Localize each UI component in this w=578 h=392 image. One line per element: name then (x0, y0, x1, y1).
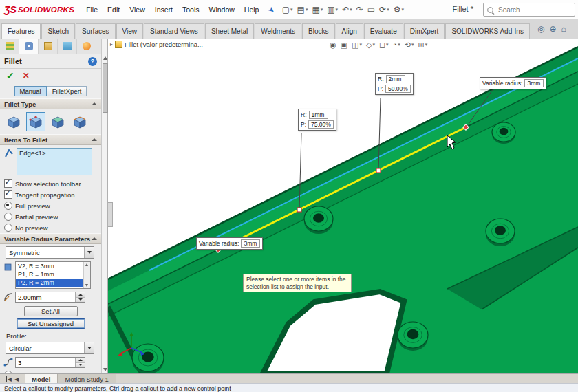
tab-view[interactable]: View (116, 23, 144, 39)
show-selection-toolbar-checkbox[interactable] (4, 179, 12, 188)
variable-radius-value-field[interactable]: 3mm (241, 239, 260, 248)
full-preview-radio[interactable] (4, 202, 12, 210)
tab-standard-views[interactable]: Standard Views (144, 23, 204, 39)
panel-scrollbar[interactable] (101, 39, 108, 373)
zoom-fit-icon[interactable]: ◉ (330, 41, 336, 50)
position-value-field[interactable]: 75.00% (308, 120, 334, 129)
expand-arrow-icon[interactable]: ▸ (110, 41, 113, 47)
menu-edit[interactable]: Edit (103, 3, 125, 17)
tab-solidworks-addins[interactable]: SOLIDWORKS Add-Ins (445, 23, 529, 39)
scroll-down-icon[interactable] (103, 368, 107, 371)
quick-snap-icon[interactable]: ◎ (537, 24, 544, 34)
symmetry-dropdown[interactable]: Symmetric (6, 246, 94, 259)
save-button[interactable]: ▦ (312, 3, 323, 16)
panel-splitter-handle[interactable] (108, 202, 113, 227)
radius-value-field[interactable]: 2mm (386, 75, 405, 83)
tab-evaluate[interactable]: Evaluate (364, 23, 403, 39)
first-tab-icon[interactable]: ◀ (6, 376, 12, 382)
view-orientation-icon[interactable]: ◇ (366, 41, 375, 50)
menu-insert[interactable]: Insert (150, 3, 178, 17)
variable-radius-value-field[interactable]: 3mm (524, 79, 544, 87)
open-button[interactable]: ▤ (297, 3, 308, 16)
scroll-thumb[interactable] (103, 63, 108, 113)
tab-featuremanager-tree[interactable] (0, 39, 19, 54)
previous-tab-icon[interactable]: ◀ (14, 376, 19, 382)
radius-input[interactable] (16, 292, 75, 302)
menu-tools[interactable]: Tools (178, 3, 204, 17)
radius-callout-75[interactable]: R: 1mm P: 75.00% (298, 109, 336, 131)
section-view-icon[interactable]: ◫ (352, 41, 362, 50)
set-unassigned-button[interactable]: Set Unassigned (17, 318, 85, 329)
quick-zoom-icon[interactable]: ⊕ (549, 24, 556, 34)
instances-stepper[interactable] (75, 358, 85, 367)
list-item[interactable]: V2, R = 3mm (16, 262, 90, 270)
section-variable-radius[interactable]: Variable Radius Parameters (0, 233, 101, 244)
menu-help[interactable]: Help (239, 3, 264, 17)
breadcrumb[interactable]: ▸ Fillet (Valor predetermina... (110, 39, 203, 49)
pin-menu-icon[interactable]: ➤ (266, 4, 277, 15)
section-items-to-fillet[interactable]: Items To Fillet (0, 134, 101, 145)
search-box[interactable] (483, 3, 575, 17)
tab-surfaces[interactable]: Surfaces (76, 23, 115, 39)
selected-edge-item[interactable]: Edge<1> (19, 149, 46, 157)
radius-points-listbox[interactable]: V2, R = 3mm P1, R = 1mm P2, R = 2mm (15, 261, 91, 289)
variable-size-fillet-button[interactable] (26, 112, 45, 131)
rebuild-button[interactable]: ⟳ (379, 3, 389, 16)
view-settings-icon[interactable]: ⊞ (418, 41, 427, 50)
tab-sketch[interactable]: Sketch (41, 23, 75, 39)
edit-appearance-icon[interactable]: ⟲ (405, 41, 414, 50)
zoom-area-icon[interactable]: ▣ (341, 41, 347, 50)
position-value-field[interactable]: 50.00% (385, 85, 411, 93)
no-preview-radio[interactable] (4, 224, 12, 232)
constant-size-fillet-button[interactable] (4, 112, 23, 131)
variable-radius-callout-left[interactable]: Variable radius: 3mm (196, 237, 263, 250)
list-item[interactable]: P1, R = 1mm (16, 270, 90, 279)
print-button[interactable]: ▥ (327, 3, 338, 16)
hide-show-items-icon[interactable]: ◔ (393, 41, 400, 49)
selection-listbox[interactable]: Edge<1> (17, 148, 92, 175)
tab-propertymanager[interactable] (19, 39, 39, 54)
full-round-fillet-button[interactable] (70, 112, 89, 131)
variable-radius-callout-right[interactable]: Variable radius: 3mm (480, 77, 546, 89)
radius-value-field[interactable]: 1mm (309, 111, 328, 119)
face-fillet-button[interactable] (48, 112, 67, 131)
profile-dropdown[interactable]: Circular (6, 342, 94, 354)
tab-displaymanager[interactable] (77, 39, 96, 54)
filletxpert-mode-button[interactable]: FilletXpert (47, 86, 87, 96)
redo-button[interactable]: ↷ (356, 3, 363, 16)
manual-mode-button[interactable]: Manual (14, 86, 47, 96)
scroll-up-icon[interactable] (103, 56, 107, 60)
list-scrollbar[interactable] (83, 262, 90, 288)
tab-configurationmanager[interactable] (39, 39, 58, 54)
tangent-propagation-checkbox[interactable] (4, 190, 12, 199)
tab-weldments[interactable]: Weldments (255, 23, 301, 39)
ok-button[interactable]: ✓ (6, 70, 14, 81)
display-style-icon[interactable]: ◻ (379, 41, 389, 50)
new-document-button[interactable]: ▢ (282, 3, 293, 16)
partial-preview-radio[interactable] (4, 213, 12, 221)
select-button[interactable]: ▭ (367, 3, 375, 16)
menu-file[interactable]: File (81, 3, 103, 17)
graphics-viewport[interactable]: ▸ Fillet (Valor predetermina... ◉ ▣ ◫ ◇ … (108, 39, 578, 373)
help-icon[interactable]: ? (88, 57, 97, 66)
options-button[interactable]: ⚙ (394, 3, 404, 16)
list-item[interactable]: P2, R = 2mm (16, 279, 90, 287)
search-input[interactable] (497, 6, 575, 14)
instances-input[interactable] (16, 358, 75, 367)
tab-model[interactable]: Model (25, 374, 58, 384)
quick-home-icon[interactable]: ⌂ (561, 24, 566, 34)
menu-window[interactable]: Window (204, 3, 239, 17)
radius-stepper[interactable] (75, 292, 85, 302)
tab-dimxpertmanager[interactable] (58, 39, 77, 54)
section-fillet-type[interactable]: Fillet Type (0, 98, 101, 109)
menu-view[interactable]: View (125, 3, 150, 17)
set-all-button[interactable]: Set All (24, 306, 78, 316)
cancel-button[interactable]: ✕ (23, 71, 30, 80)
tab-motion-study-1[interactable]: Motion Study 1 (58, 374, 116, 384)
tab-align[interactable]: Align (336, 23, 363, 39)
undo-button[interactable]: ↶ (342, 3, 352, 16)
radius-callout-50[interactable]: R: 2mm P: 50.00% (375, 73, 414, 95)
tab-sheet-metal[interactable]: Sheet Metal (205, 23, 254, 39)
tab-features[interactable]: Features (1, 23, 41, 39)
tab-dimxpert[interactable]: DimXpert (404, 23, 445, 39)
